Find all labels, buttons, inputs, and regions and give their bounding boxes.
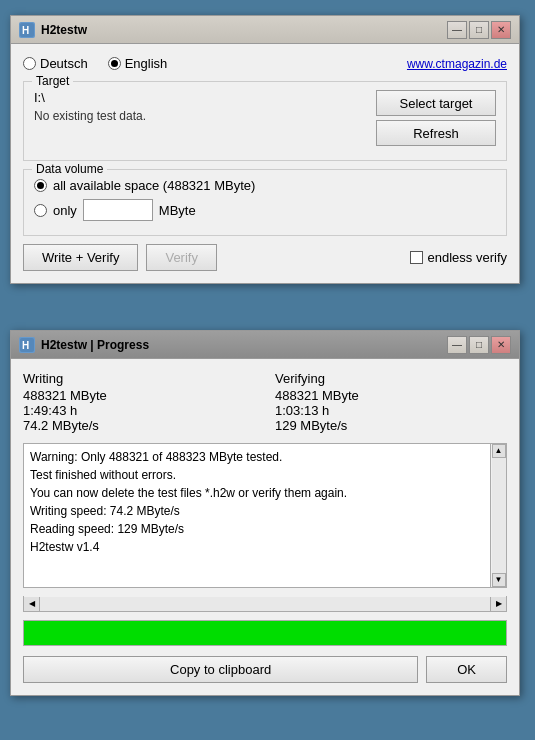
- website-link[interactable]: www.ctmagazin.de: [407, 57, 507, 71]
- app-icon: H: [19, 22, 35, 38]
- target-group: Target I:\ No existing test data. Select…: [23, 81, 507, 161]
- maximize-button[interactable]: □: [469, 21, 489, 39]
- log-line-3: You can now delete the test files *.h2w …: [30, 484, 486, 502]
- data-volume-group: Data volume all available space (488321 …: [23, 169, 507, 236]
- target-status: No existing test data.: [34, 109, 368, 123]
- select-target-button[interactable]: Select target: [376, 90, 496, 116]
- log-vertical-scrollbar[interactable]: ▲ ▼: [490, 444, 506, 587]
- progress-maximize-button[interactable]: □: [469, 336, 489, 354]
- endless-verify-checkbox[interactable]: [410, 251, 423, 264]
- progress-minimize-button[interactable]: —: [447, 336, 467, 354]
- target-row: I:\ No existing test data. Select target…: [34, 90, 496, 146]
- progress-window: H H2testw | Progress — □ ✕ Writing 48832…: [10, 330, 520, 696]
- language-group: Deutsch English www.ctmagazin.de: [23, 56, 507, 71]
- ok-button[interactable]: OK: [426, 656, 507, 683]
- scroll-left-arrow[interactable]: ◀: [24, 597, 40, 611]
- copy-clipboard-button[interactable]: Copy to clipboard: [23, 656, 418, 683]
- main-window-title: H2testw: [41, 23, 447, 37]
- english-option[interactable]: English: [108, 56, 168, 71]
- only-label: only: [53, 203, 77, 218]
- scroll-right-arrow[interactable]: ▶: [490, 597, 506, 611]
- write-verify-button[interactable]: Write + Verify: [23, 244, 138, 271]
- progress-window-controls: — □ ✕: [447, 336, 511, 354]
- main-window-body: Deutsch English www.ctmagazin.de Target …: [11, 44, 519, 283]
- only-radio[interactable]: [34, 204, 47, 217]
- log-line-6: H2testw v1.4: [30, 538, 486, 556]
- target-group-label: Target: [32, 74, 73, 88]
- writing-size: 488321 MByte: [23, 388, 255, 403]
- verifying-time: 1:03:13 h: [275, 403, 507, 418]
- endless-verify-group[interactable]: endless verify: [410, 250, 507, 265]
- writing-time: 1:49:43 h: [23, 403, 255, 418]
- progress-title-bar: H H2testw | Progress — □ ✕: [11, 331, 519, 359]
- main-window-controls: — □ ✕: [447, 21, 511, 39]
- only-option[interactable]: only MByte: [34, 199, 496, 221]
- mbyte-input[interactable]: [83, 199, 153, 221]
- action-buttons: Write + Verify Verify endless verify: [23, 244, 507, 271]
- log-line-5: Reading speed: 129 MByte/s: [30, 520, 486, 538]
- progress-close-button[interactable]: ✕: [491, 336, 511, 354]
- scroll-track: [492, 458, 506, 573]
- verifying-section: Verifying 488321 MByte 1:03:13 h 129 MBy…: [275, 371, 507, 433]
- deutsch-label: Deutsch: [40, 56, 88, 71]
- progress-window-body: Writing 488321 MByte 1:49:43 h 74.2 MByt…: [11, 359, 519, 695]
- target-buttons: Select target Refresh: [376, 90, 496, 146]
- close-button[interactable]: ✕: [491, 21, 511, 39]
- svg-text:H: H: [22, 340, 29, 351]
- verifying-title: Verifying: [275, 371, 507, 386]
- svg-text:H: H: [22, 25, 29, 36]
- deutsch-radio[interactable]: [23, 57, 36, 70]
- english-label: English: [125, 56, 168, 71]
- all-space-option[interactable]: all available space (488321 MByte): [34, 178, 496, 193]
- log-box: Warning: Only 488321 of 488323 MByte tes…: [23, 443, 507, 588]
- verifying-size: 488321 MByte: [275, 388, 507, 403]
- bottom-buttons: Copy to clipboard OK: [23, 656, 507, 683]
- log-line-1: Warning: Only 488321 of 488323 MByte tes…: [30, 448, 486, 466]
- scroll-up-arrow[interactable]: ▲: [492, 444, 506, 458]
- target-path: I:\: [34, 90, 368, 105]
- mbyte-label: MByte: [159, 203, 196, 218]
- verifying-speed: 129 MByte/s: [275, 418, 507, 433]
- stats-grid: Writing 488321 MByte 1:49:43 h 74.2 MByt…: [23, 371, 507, 433]
- hscroll-track: [40, 597, 490, 611]
- minimize-button[interactable]: —: [447, 21, 467, 39]
- scroll-down-arrow[interactable]: ▼: [492, 573, 506, 587]
- log-line-2: Test finished without errors.: [30, 466, 486, 484]
- target-info: I:\ No existing test data.: [34, 90, 368, 123]
- main-title-bar: H H2testw — □ ✕: [11, 16, 519, 44]
- refresh-button[interactable]: Refresh: [376, 120, 496, 146]
- log-container: Warning: Only 488321 of 488323 MByte tes…: [23, 443, 507, 612]
- endless-verify-label: endless verify: [428, 250, 507, 265]
- log-line-4: Writing speed: 74.2 MByte/s: [30, 502, 486, 520]
- data-volume-label: Data volume: [32, 162, 107, 176]
- deutsch-option[interactable]: Deutsch: [23, 56, 88, 71]
- progress-app-icon: H: [19, 337, 35, 353]
- writing-speed: 74.2 MByte/s: [23, 418, 255, 433]
- progress-bar-container: [23, 620, 507, 646]
- english-radio[interactable]: [108, 57, 121, 70]
- verify-button[interactable]: Verify: [146, 244, 217, 271]
- writing-section: Writing 488321 MByte 1:49:43 h 74.2 MByt…: [23, 371, 255, 433]
- all-space-radio[interactable]: [34, 179, 47, 192]
- all-space-label: all available space (488321 MByte): [53, 178, 255, 193]
- progress-bar-fill: [24, 621, 506, 645]
- main-window: H H2testw — □ ✕ Deutsch English www.ctma…: [10, 15, 520, 284]
- writing-title: Writing: [23, 371, 255, 386]
- progress-window-title: H2testw | Progress: [41, 338, 447, 352]
- log-horizontal-scrollbar[interactable]: ◀ ▶: [23, 596, 507, 612]
